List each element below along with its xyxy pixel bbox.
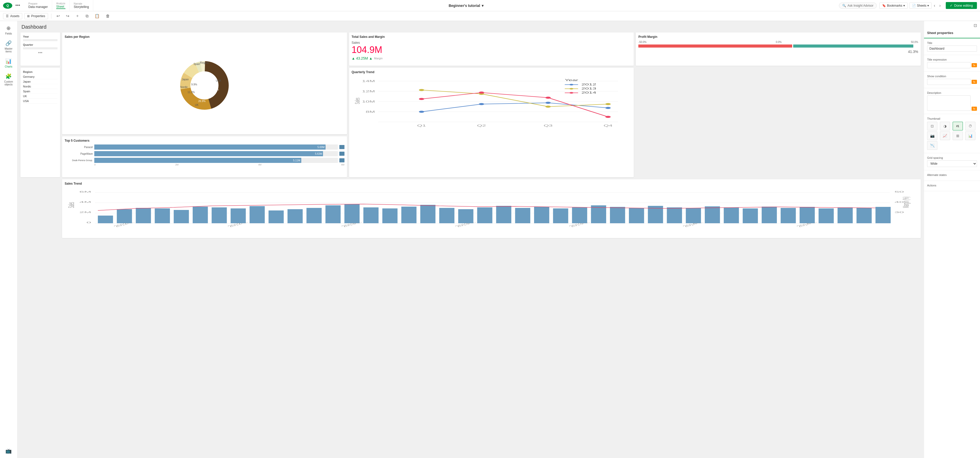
sidebar-item-bottom[interactable]: 📺 bbox=[1, 446, 16, 456]
thumb-stacked-chart[interactable]: 📉 bbox=[927, 141, 937, 150]
search-placeholder-text: Ask Insight Advisor bbox=[848, 4, 873, 7]
grid-spacing-select[interactable]: Wide Medium Narrow bbox=[927, 160, 977, 167]
svg-point-46 bbox=[570, 88, 573, 89]
filter-menu-icon[interactable]: ••• bbox=[38, 50, 43, 55]
app-title-chevron[interactable]: ▾ bbox=[482, 3, 484, 8]
svg-rect-83 bbox=[477, 207, 492, 223]
region-japan[interactable]: Japan bbox=[23, 79, 57, 84]
region-uk[interactable]: UK bbox=[23, 94, 57, 99]
sidebar-item-custom-objects[interactable]: 🧩 Custom objects bbox=[1, 71, 16, 88]
bar-mini-pagewave bbox=[339, 152, 344, 156]
sales-per-region-card: Sales per Region USA UK Nor bbox=[62, 32, 347, 134]
top-nav: Q ••• Prepare Data manager Analyze Sheet… bbox=[0, 0, 980, 11]
sidebar-item-master-items[interactable]: 🔗 Master items bbox=[1, 38, 16, 55]
donut-chart: USA UK Nordic Japan Spain 45.5% 26.9% 11… bbox=[176, 57, 232, 113]
title-label: Title bbox=[927, 41, 977, 45]
sidebar-item-fields[interactable]: ⊕ Fields bbox=[1, 23, 16, 37]
profit-value: 41.3% bbox=[638, 49, 918, 54]
paste-button[interactable]: 📋 bbox=[92, 13, 102, 19]
region-spain[interactable]: Spain bbox=[23, 89, 57, 94]
thumb-bar-chart[interactable]: 📊 bbox=[965, 131, 975, 140]
nav-analyze-label: Analyze bbox=[56, 2, 65, 5]
thumb-layout2[interactable]: ⊞ bbox=[953, 131, 963, 140]
nav-prepare[interactable]: Prepare Data manager bbox=[24, 0, 52, 11]
show-condition-input[interactable] bbox=[927, 79, 970, 85]
done-editing-button[interactable]: ✓ Done editing bbox=[946, 2, 977, 9]
thumb-clock[interactable]: ⏱ bbox=[965, 122, 975, 131]
bar-mini-paracel bbox=[339, 145, 344, 149]
svg-rect-66 bbox=[155, 208, 170, 223]
undo-button[interactable]: ↩ bbox=[54, 13, 62, 19]
insight-advisor-search[interactable]: 🔍 Ask Insight Advisor bbox=[839, 3, 877, 9]
svg-point-32 bbox=[605, 107, 611, 109]
description-section: Description fx bbox=[924, 88, 980, 114]
description-fx-button[interactable]: fx bbox=[972, 107, 977, 111]
actions-label: Actions bbox=[927, 184, 977, 187]
sheets-button[interactable]: 📄 Sheets ▾ bbox=[909, 3, 932, 9]
delete-button[interactable]: 🗑 bbox=[104, 13, 112, 19]
title-input[interactable] bbox=[927, 46, 977, 52]
nav-next-button[interactable]: › bbox=[937, 2, 943, 9]
svg-point-36 bbox=[605, 103, 611, 105]
svg-text:26.9%: 26.9% bbox=[198, 100, 205, 102]
thumb-layout[interactable]: ⊡ bbox=[927, 122, 937, 131]
thumb-pie[interactable]: ◑ bbox=[940, 122, 950, 131]
panel-layout-icon[interactable]: ⊡ bbox=[974, 23, 977, 28]
alternate-states-section: Alternate states bbox=[924, 170, 980, 181]
fields-icon: ⊕ bbox=[6, 25, 11, 31]
title-expression-input[interactable] bbox=[927, 62, 970, 68]
profit-label-left: -50.0% bbox=[638, 41, 646, 43]
assets-tab[interactable]: ☰ Assets bbox=[3, 13, 22, 19]
show-condition-fx-button[interactable]: fx bbox=[972, 80, 977, 84]
bar-row-pagewave: PageWave 5.63M bbox=[65, 151, 344, 156]
year-filter-label: Year bbox=[23, 35, 57, 38]
nav-narrate[interactable]: Narrate Storytelling bbox=[70, 0, 93, 11]
logo[interactable]: Q bbox=[3, 3, 12, 9]
svg-rect-69 bbox=[212, 207, 227, 223]
svg-text:Margin (%): Margin (%) bbox=[901, 197, 910, 208]
margin-value: ▲ 43.25M ▲ bbox=[352, 56, 372, 61]
nav-prev-button[interactable]: ‹ bbox=[932, 2, 937, 9]
thumb-camera[interactable]: 📷 bbox=[927, 131, 937, 140]
region-germany[interactable]: Germany bbox=[23, 74, 57, 79]
bookmarks-button[interactable]: 🔖 Bookmarks ▾ bbox=[879, 3, 908, 9]
svg-rect-74 bbox=[306, 208, 321, 223]
redo-button[interactable]: ↪ bbox=[64, 13, 71, 19]
bar-label-deak: Deak-Perera Group. bbox=[65, 159, 93, 162]
search-icon: 🔍 bbox=[842, 4, 846, 7]
svg-rect-104 bbox=[875, 207, 891, 223]
add-button[interactable]: ＋ bbox=[73, 12, 81, 20]
svg-text:USA: USA bbox=[216, 79, 221, 82]
title-expression-fx-button[interactable]: fx bbox=[972, 63, 977, 67]
svg-text:Q2: Q2 bbox=[477, 124, 486, 127]
page-title: Dashboard bbox=[21, 24, 921, 30]
copy-button[interactable]: ⧉ bbox=[84, 13, 91, 19]
properties-tab[interactable]: ⊞ Properties bbox=[24, 13, 48, 19]
svg-text:50: 50 bbox=[894, 190, 904, 193]
app-title-text[interactable]: Beginner's tutorial bbox=[449, 3, 480, 8]
nav-analyze[interactable]: Analyze Sheet bbox=[52, 0, 70, 11]
region-nordic[interactable]: Nordic bbox=[23, 84, 57, 89]
sidebar-item-charts[interactable]: 📊 Charts bbox=[1, 56, 16, 70]
profit-margin-card: Profit Margin -50.0% 0.0% 50.0% 41.3% bbox=[636, 32, 921, 66]
svg-text:6M: 6M bbox=[80, 190, 91, 193]
sales-trend-chart: 6M 4M 2M 0 50 40 30 bbox=[65, 187, 918, 231]
profit-label-right: 50.0% bbox=[911, 41, 918, 43]
svg-rect-89 bbox=[591, 205, 606, 223]
grid-spacing-label: Grid spacing bbox=[927, 156, 977, 159]
app-menu-dots[interactable]: ••• bbox=[15, 3, 20, 8]
svg-text:2012: 2012 bbox=[581, 83, 596, 86]
thumb-line-chart[interactable]: 📈 bbox=[940, 131, 950, 140]
svg-text:Year: Year bbox=[565, 79, 578, 81]
svg-point-31 bbox=[545, 102, 551, 104]
svg-rect-91 bbox=[629, 208, 644, 223]
svg-text:2M: 2M bbox=[80, 211, 91, 214]
thumb-number[interactable]: #1 bbox=[953, 122, 963, 131]
quarterly-trend-card: Quarterly Trend 14M 12M 10M 8M bbox=[349, 68, 634, 177]
app-title: Beginner's tutorial ▾ bbox=[93, 3, 839, 8]
region-usa[interactable]: USA bbox=[23, 99, 57, 104]
description-textarea[interactable] bbox=[927, 96, 970, 111]
svg-rect-87 bbox=[553, 208, 568, 223]
bar-label-pagewave: PageWave bbox=[65, 152, 93, 155]
charts-icon: 📊 bbox=[5, 58, 12, 64]
